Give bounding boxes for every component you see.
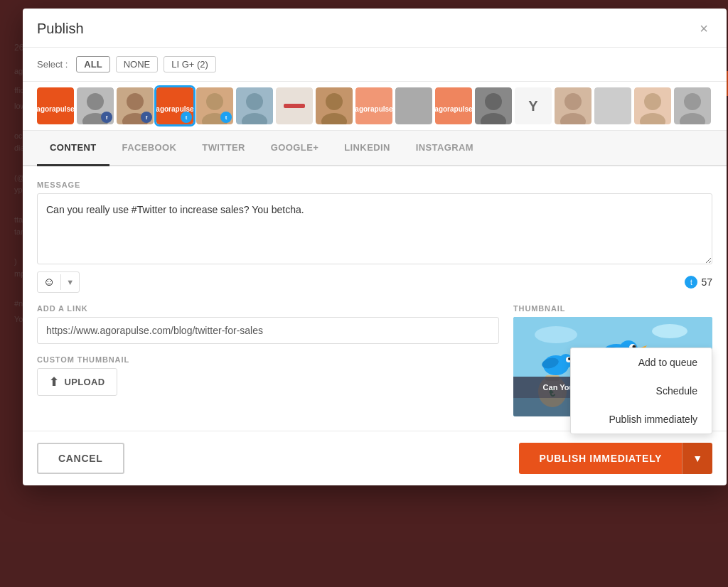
emoji-button[interactable]: ☺ ▼ [37,271,80,293]
modal-title: Publish [37,21,84,37]
svg-point-7 [242,113,267,124]
svg-point-17 [680,113,705,124]
select-bar: Select : ALL NONE LI G+ (2) [23,48,727,82]
svg-point-9 [321,113,347,124]
cancel-button[interactable]: CANCEL [37,443,124,474]
link-input[interactable] [37,317,499,344]
publish-dropdown: Add to queue Schedule Publish immediatel… [570,348,712,434]
avatar-3[interactable]: f [117,87,154,124]
message-label: MESSAGE [37,181,712,189]
dropdown-add-to-queue[interactable]: Add to queue [571,348,712,377]
svg-point-12 [564,93,582,110]
tab-content[interactable]: CONTENT [37,131,109,166]
tab-facebook[interactable]: FACEBOOK [109,131,190,166]
tab-google[interactable]: GOOGLE+ [258,131,331,166]
avatar-2[interactable]: f [77,87,114,124]
select-none-button[interactable]: NONE [116,56,159,72]
tab-twitter[interactable]: TWITTER [189,131,258,166]
svg-point-8 [326,93,343,110]
left-column: ADD A LINK CUSTOM THUMBNAIL ⬆ UPLOAD [37,304,499,416]
upload-icon: ⬆ [49,375,58,389]
avatar-6[interactable] [236,87,273,124]
avatar-4[interactable]: agora pulse t [156,87,193,124]
select-all-button[interactable]: ALL [76,56,109,72]
svg-point-20 [652,324,687,338]
custom-thumbnail-label: CUSTOM THUMBNAIL [37,355,499,364]
avatar-10[interactable] [395,87,432,124]
avatar-7[interactable] [276,87,313,124]
avatar-5[interactable]: t [196,87,233,124]
svg-point-10 [485,93,502,110]
char-count: t 57 [685,276,712,289]
char-count-value: 57 [701,276,712,288]
message-toolbar: ☺ ▼ t 57 [37,271,712,293]
publish-immediately-button[interactable]: PUBLISH IMMEDIATELY [519,443,682,474]
select-label: Select : [37,59,68,70]
svg-point-14 [644,93,661,110]
thumbnail-label: THUMBNAIL [513,304,712,313]
avatar-16[interactable] [634,87,671,124]
link-label: ADD A LINK [37,304,499,313]
dropdown-publish-immediately[interactable]: Publish immediately [571,405,712,433]
avatar-17[interactable] [674,87,711,124]
avatar-11[interactable]: agora pulse [435,87,472,124]
avatar-1[interactable]: agora pulse [37,87,74,124]
upload-button[interactable]: ⬆ UPLOAD [37,368,117,396]
publish-modal: Publish × Select : ALL NONE LI G+ (2) ag… [23,9,727,485]
tab-linkedin[interactable]: LINKEDIN [331,131,403,166]
select-li-button[interactable]: LI G+ (2) [164,56,216,72]
upload-label: UPLOAD [64,377,105,387]
svg-point-15 [640,113,665,124]
svg-point-16 [684,93,701,110]
svg-point-11 [481,113,506,124]
modal-close-button[interactable]: × [695,20,712,37]
avatar-12[interactable] [475,87,512,124]
avatar-9[interactable]: agora pulse [355,87,392,124]
svg-point-13 [560,113,586,124]
svg-point-19 [535,326,577,343]
avatar-13[interactable]: Y [515,87,552,124]
publish-group: PUBLISH IMMEDIATELY ▼ [519,443,712,474]
modal-footer: CANCEL PUBLISH IMMEDIATELY ▼ Add to queu… [23,431,727,485]
emoji-icon[interactable]: ☺ [38,272,60,292]
twitter-icon: t [685,276,697,289]
avatar-8[interactable] [316,87,353,124]
message-textarea[interactable]: Can you really use #Twitter to increase … [37,193,712,264]
publish-caret-button[interactable]: ▼ [682,443,712,474]
svg-point-4 [206,93,223,110]
emoji-caret[interactable]: ▼ [60,274,79,290]
tabs-row: CONTENT FACEBOOK TWITTER GOOGLE+ LINKEDI… [23,131,727,166]
avatar-15[interactable] [594,87,631,124]
svg-point-6 [246,93,263,110]
dropdown-schedule[interactable]: Schedule [571,377,712,405]
svg-point-0 [87,93,104,110]
modal-header: Publish × [23,9,727,48]
avatars-row: agora pulse f f [23,82,727,131]
avatar-14[interactable] [555,87,592,124]
tab-instagram[interactable]: INSTAGRAM [403,131,486,166]
modal-wrapper: Publish × Select : ALL NONE LI G+ (2) ag… [21,9,728,587]
svg-point-2 [127,93,144,110]
